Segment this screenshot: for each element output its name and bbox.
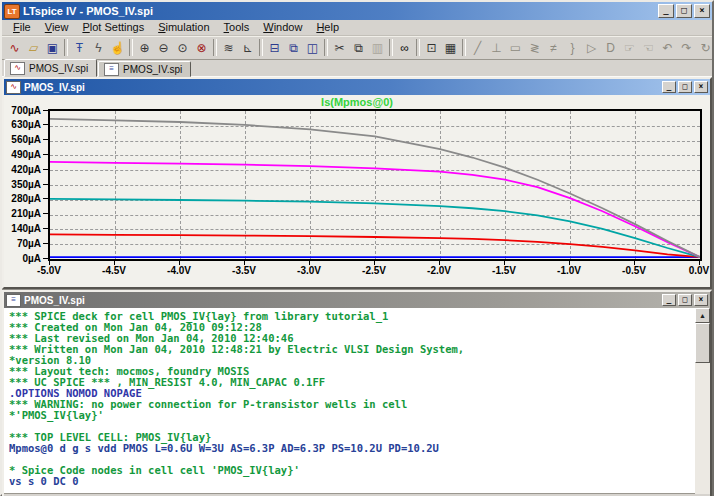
plot-window-titlebar[interactable]: ∿ PMOS_IV.spi _ □ × [4,79,710,95]
maximize-button[interactable]: □ [676,4,692,18]
control-panel-icon: Ŧ [76,41,83,55]
draw-wire-button[interactable]: ╱ [468,38,487,57]
menu-item-view[interactable]: View [38,20,76,35]
move-button[interactable]: ☞ [620,38,639,57]
tab-label: PMOS_IV.spi [123,64,182,75]
cut-button[interactable]: ✂ [330,38,349,57]
zoom-back-button[interactable]: ⊖ [154,38,173,57]
diode-button[interactable]: ▷ [582,38,601,57]
menu-item-file[interactable]: File [6,20,38,35]
menu-item-simulation[interactable]: Simulation [151,20,216,35]
zoom-back-icon: ⊖ [158,41,168,55]
drag-icon: ☜ [643,41,654,55]
find-button[interactable]: ∞ [395,38,414,57]
zoom-in-button[interactable]: ⊕ [135,38,154,57]
menu-item-help[interactable]: Help [309,20,346,35]
toolbar-separator [389,39,393,56]
cascade-windows-icon: ⧉ [289,41,298,55]
halt-simulation-button[interactable]: ☝ [108,38,127,57]
trace-legend[interactable]: Is(Mpmos@0) [4,96,710,108]
redo-button[interactable]: ↷ [677,38,696,57]
netlist-maximize-button[interactable]: □ [678,294,692,306]
y-axis-tick-label: 280µA [4,193,41,204]
halt-simulation-icon: ☝ [110,41,125,55]
zoom-out-button[interactable]: ⊙ [173,38,192,57]
capacitor-button[interactable]: ≠ [544,38,563,57]
save-file-button[interactable]: ▣ [43,38,62,57]
tab-waveform-pmos-iv-spi[interactable]: ∿PMOS_IV.spi [4,59,97,77]
run-simulation-icon: ϟ [95,41,101,55]
tile-vertically-button[interactable]: ◫ [303,38,322,57]
ground-symbol-button[interactable]: ⊥ [487,38,506,57]
print-button[interactable]: ▦ [441,38,460,57]
paste-icon: ▥ [372,41,383,55]
scrollbar-thumb[interactable] [695,323,710,363]
y-axis-tick [43,154,48,155]
zoom-in-icon: ⊕ [139,41,149,55]
trace-is-mpmos-0-step-4 [50,234,700,257]
plot-settings-icon: ≋ [223,41,233,55]
menu-item-window[interactable]: Window [256,20,309,35]
control-panel-button[interactable]: Ŧ [70,38,89,57]
capacitor-icon: ≠ [550,41,557,55]
tile-vertically-icon: ◫ [307,41,318,55]
window-titlebar[interactable]: LT LTspice IV - PMOS_IV.spi _ □ × [2,2,712,20]
x-axis-tick-label: -0.5V [612,265,656,276]
tab-document-pmos-iv-spi[interactable]: ≡PMOS_IV.spi [98,61,191,77]
close-button[interactable]: × [694,4,710,18]
plot-minimize-button[interactable]: _ [662,81,676,93]
toolbar-separator [259,39,263,56]
inductor-button[interactable]: } [563,38,582,57]
toolbar-separator [416,39,420,56]
x-axis-tick-label: -2.0V [417,265,461,276]
y-axis-tick-label: 0µA [4,253,41,264]
netlist-window-titlebar[interactable]: ≡ PMOS_IV.spi _ □ × [4,292,710,308]
drag-button[interactable]: ☜ [639,38,658,57]
y-axis-tick [43,228,48,229]
menu-item-plot-settings[interactable]: Plot Settings [75,20,151,35]
print-icon: ▦ [445,41,456,55]
rotate-button[interactable]: ↻ [696,38,714,57]
plot-box[interactable] [48,109,702,261]
zoom-full-extents-button[interactable]: ⊗ [192,38,211,57]
plot-area[interactable]: Is(Mpmos@0) 700µA630µA560µA490µA420µA350… [4,95,710,287]
move-icon: ☞ [624,41,635,55]
netlist-close-button[interactable]: × [694,294,708,306]
new-plot-icon: ∿ [9,41,19,55]
y-axis-tick-label: 700µA [4,105,41,116]
netlist-line: * Spice Code nodes in cell cell 'PMOS_IV… [9,465,695,476]
x-axis-tick-label: -4.5V [92,265,136,276]
plot-close-button[interactable]: × [694,81,708,93]
open-file-button[interactable]: ▱ [24,38,43,57]
copy-button[interactable]: ⧉ [349,38,368,57]
new-plot-button[interactable]: ∿ [5,38,24,57]
plot-settings-button[interactable]: ≋ [219,38,238,57]
tabbar: ∿PMOS_IV.spi≡PMOS_IV.spi [2,60,712,77]
menu-item-tools[interactable]: Tools [217,20,257,35]
autorange-y-axis-button[interactable]: ⊾ [238,38,257,57]
resistor-button[interactable]: ≷ [525,38,544,57]
draw-wire-icon: ╱ [474,41,481,55]
vertical-scrollbar[interactable]: ▲ [695,308,710,494]
y-axis-tick [43,110,48,111]
run-simulation-button[interactable]: ϟ [89,38,108,57]
label-net-button[interactable]: ▭ [506,38,525,57]
waveform-icon: ∿ [6,81,21,94]
minimize-button[interactable]: _ [658,4,674,18]
undo-button[interactable]: ↶ [658,38,677,57]
component-button[interactable]: D [601,38,620,57]
y-axis-tick [43,124,48,125]
scroll-up-button[interactable]: ▲ [695,308,710,323]
undo-icon: ↶ [662,41,672,55]
netlist-text-area[interactable]: *** SPICE deck for cell PMOS_IV{lay} fro… [4,308,695,494]
resistor-icon: ≷ [529,41,539,55]
netlist-minimize-button[interactable]: _ [662,294,676,306]
cascade-windows-button[interactable]: ⧉ [284,38,303,57]
menubar: FileViewPlot SettingsSimulationToolsWind… [2,20,712,36]
paste-button[interactable]: ▥ [368,38,387,57]
print-preview-button[interactable]: ⊡ [422,38,441,57]
toolbar-separator [64,39,68,56]
plot-maximize-button[interactable]: □ [678,81,692,93]
tile-horizontally-button[interactable]: ⊟ [265,38,284,57]
toolbar-separator [213,39,217,56]
